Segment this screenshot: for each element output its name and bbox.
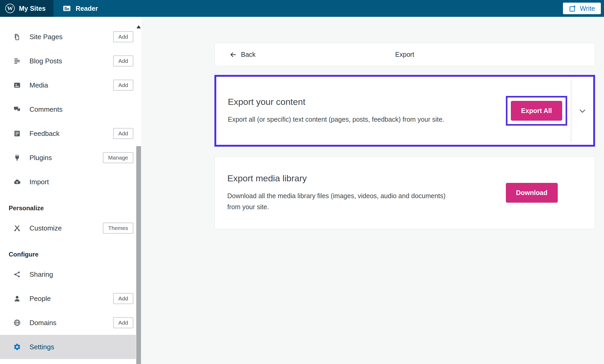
- sidebar-item-comments[interactable]: Comments: [0, 97, 141, 121]
- wordpress-logo-icon: W: [5, 4, 15, 13]
- export-media-heading: Export media library: [227, 173, 506, 183]
- page-title: Export: [215, 51, 595, 58]
- pages-icon: [13, 33, 21, 41]
- themes-button[interactable]: Themes: [103, 223, 133, 234]
- add-domain-button[interactable]: Add: [113, 317, 133, 328]
- export-content-card: Export your content Export all (or speci…: [216, 77, 593, 145]
- sidebar-item-import[interactable]: Import: [0, 170, 141, 194]
- sidebar-item-domains[interactable]: Domains Add: [0, 311, 141, 335]
- reader-button[interactable]: Reader: [53, 0, 107, 17]
- back-arrow-icon: [229, 51, 237, 59]
- sidebar: Site Pages Add Blog Posts Add: [0, 17, 141, 364]
- people-icon: [13, 295, 21, 303]
- media-icon: [13, 81, 21, 89]
- write-label: Write: [580, 5, 595, 12]
- scrollbar-up-arrow-icon[interactable]: [137, 25, 141, 28]
- import-cloud-icon: [13, 178, 21, 186]
- sidebar-scrollbar[interactable]: [136, 17, 141, 364]
- annotation-export-all-button: Export All: [506, 96, 567, 126]
- add-people-button[interactable]: Add: [113, 293, 133, 304]
- add-feedback-button[interactable]: Add: [113, 128, 133, 139]
- sidebar-item-site-pages[interactable]: Site Pages Add: [0, 25, 141, 49]
- sharing-icon: [13, 270, 21, 278]
- sidebar-item-plugins[interactable]: Plugins Manage: [0, 146, 141, 170]
- sidebar-item-settings[interactable]: Settings: [0, 335, 141, 359]
- my-sites-label: My Sites: [19, 5, 46, 12]
- my-sites-button[interactable]: W My Sites: [0, 0, 53, 17]
- annotation-export-content-card: Export your content Export all (or speci…: [214, 75, 595, 147]
- write-button[interactable]: Write: [563, 3, 601, 14]
- scrollbar-thumb[interactable]: [136, 146, 141, 364]
- add-media-button[interactable]: Add: [113, 80, 133, 91]
- domains-globe-icon: [13, 319, 21, 327]
- write-compose-icon: [569, 4, 577, 12]
- plugins-icon: [13, 154, 21, 162]
- reader-label: Reader: [76, 5, 98, 12]
- section-heading-personalize: Personalize: [0, 194, 141, 216]
- sidebar-item-feedback[interactable]: Feedback Add: [0, 121, 141, 146]
- add-site-page-button[interactable]: Add: [113, 31, 133, 42]
- expand-export-options-button[interactable]: [571, 106, 593, 116]
- main-content: Back Export Export your content Export a…: [141, 17, 604, 364]
- export-all-button[interactable]: Export All: [511, 101, 562, 121]
- masthead: W My Sites Reader Write: [0, 0, 604, 17]
- sidebar-item-media[interactable]: Media Add: [0, 73, 141, 97]
- manage-plugins-button[interactable]: Manage: [103, 152, 133, 163]
- customize-tools-icon: [13, 224, 21, 232]
- add-blog-post-button[interactable]: Add: [113, 55, 133, 66]
- sidebar-item-customize[interactable]: Customize Themes: [0, 216, 141, 240]
- export-content-description: Export all (or specific) text content (p…: [228, 114, 466, 125]
- export-media-description: Download all the media library files (im…: [227, 190, 450, 213]
- comments-icon: [13, 105, 21, 113]
- chevron-down-icon: [578, 106, 587, 116]
- section-heading-configure: Configure: [0, 240, 141, 262]
- download-media-button[interactable]: Download: [506, 183, 558, 203]
- page-header-card: Back Export: [214, 43, 595, 66]
- export-media-card: Export media library Download all the me…: [214, 156, 595, 229]
- back-button[interactable]: Back: [229, 51, 256, 59]
- feedback-icon: [13, 130, 21, 137]
- export-content-heading: Export your content: [228, 97, 506, 107]
- sidebar-item-people[interactable]: People Add: [0, 286, 141, 311]
- posts-icon: [13, 57, 21, 65]
- back-label: Back: [241, 51, 256, 58]
- settings-gear-icon: [13, 343, 21, 351]
- sidebar-item-blog-posts[interactable]: Blog Posts Add: [0, 49, 141, 73]
- sidebar-item-sharing[interactable]: Sharing: [0, 262, 141, 286]
- reader-icon: [62, 4, 71, 13]
